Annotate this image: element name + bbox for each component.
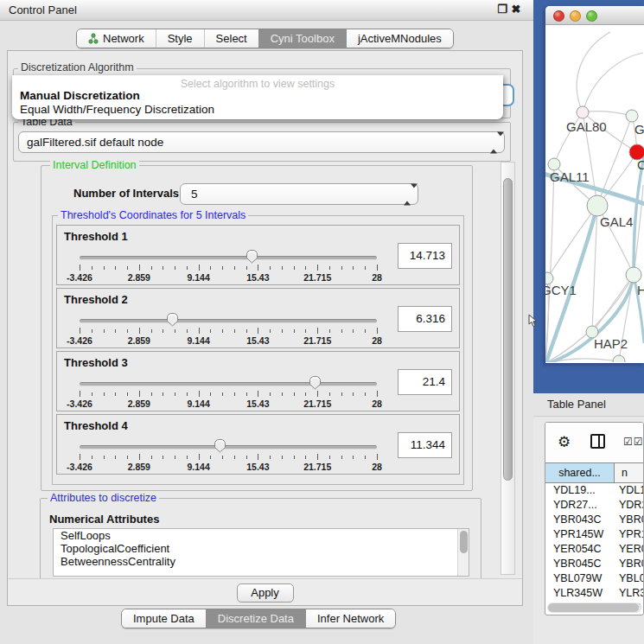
threshold-value-field[interactable]: 11.344 (398, 432, 452, 458)
tick-mark (151, 329, 152, 333)
panel-scrollbar[interactable] (501, 162, 515, 575)
tab-select[interactable]: Select (204, 29, 258, 48)
table-row[interactable]: YBR045CYBR0 (545, 558, 643, 572)
slider-track[interactable] (80, 256, 377, 260)
top-right-node[interactable] (626, 110, 638, 122)
cell-name[interactable]: YLR3 (615, 587, 643, 602)
node-label: GCY1 (545, 283, 577, 297)
cell-shared-name[interactable]: YBR045C (545, 558, 615, 572)
threshold-value-field[interactable]: 6.316 (398, 306, 452, 332)
tab-network[interactable]: Network (77, 29, 156, 48)
cell-shared-name[interactable]: YBL079W (545, 572, 615, 587)
network-edge[interactable] (634, 156, 644, 275)
columns-icon[interactable] (590, 434, 605, 449)
minimize-traffic-light-icon[interactable] (570, 10, 581, 22)
table-data-combobox[interactable]: galFiltered.sif default node (18, 131, 505, 153)
panel-title: Control Panel (9, 3, 77, 16)
close-icon[interactable]: ✖ (510, 3, 522, 16)
tab-style[interactable]: Style (156, 29, 204, 48)
attribute-list-item[interactable]: TopologicalCoefficient (54, 542, 469, 555)
tick-mark (163, 266, 163, 270)
tab-infer-network[interactable]: Infer Network (305, 609, 395, 628)
gal11-node[interactable] (548, 158, 560, 170)
table-horizontal-scrollbar-thumb[interactable] (548, 603, 639, 612)
cell-name[interactable]: YBL0 (615, 572, 643, 587)
panel-scrollbar-thumb[interactable] (503, 178, 513, 481)
tick-label: 9.144 (187, 335, 209, 346)
table-header-row: shared... n (545, 462, 643, 483)
network-edge[interactable] (577, 32, 610, 112)
gal80-node[interactable] (577, 106, 589, 118)
tick-mark (163, 329, 163, 333)
cell-name[interactable]: YPR1 (615, 528, 643, 543)
cell-shared-name[interactable]: YER054C (545, 543, 615, 558)
number-of-intervals-value: 5 (191, 184, 198, 205)
network-edge[interactable] (592, 275, 634, 332)
cell-name[interactable]: YDL1 (615, 484, 643, 499)
cell-name[interactable]: YDR2 (615, 499, 643, 513)
threshold-value-field[interactable]: 14.713 (398, 243, 452, 269)
network-canvas[interactable]: GAL80GACGAL11GAL4GCY1HHAP2 (545, 25, 644, 362)
network-edge[interactable] (583, 53, 643, 112)
tab-discretize-data[interactable]: Discretize Data (206, 609, 305, 628)
table-horizontal-scrollbar[interactable] (547, 603, 641, 613)
threshold-slider[interactable]: -3.4262.8599.14415.4321.71528 (80, 248, 377, 284)
checkbox-icons[interactable]: ☑☑ (623, 436, 644, 448)
tab-impute-data[interactable]: Impute Data (122, 609, 206, 628)
cell-name[interactable]: YER0 (615, 543, 643, 558)
bottom-node[interactable] (613, 355, 625, 362)
threshold-slider[interactable]: -3.4262.8599.14415.4321.71528 (80, 311, 377, 348)
table-row[interactable]: YDR27...YDR2 (545, 499, 643, 513)
slider-thumb[interactable] (309, 375, 322, 390)
cell-name[interactable]: YBR0 (615, 513, 643, 528)
threshold-slider[interactable]: -3.4262.8599.14415.4321.71528 (80, 437, 377, 474)
table-row[interactable]: YER054CYER0 (545, 543, 643, 558)
attributes-list-scrollbar-thumb[interactable] (460, 531, 468, 553)
cell-shared-name[interactable]: YLR345W (545, 587, 615, 602)
dropdown-option-manual[interactable]: Manual Discretization (12, 89, 503, 103)
table-rows: YDL19...YDL1YDR27...YDR2YBR043CYBR0YPR14… (545, 484, 643, 615)
tab-jactivemnodules[interactable]: jActiveMNodules (346, 29, 453, 48)
node-label: HAP2 (594, 336, 628, 351)
table-row[interactable]: YPR145WYPR1 (545, 528, 643, 543)
column-header-shared[interactable]: shared... (545, 463, 615, 482)
network-edge[interactable] (545, 164, 554, 360)
network-graph: GAL80GACGAL11GAL4GCY1HHAP2 (545, 25, 644, 362)
attributes-list-scrollbar[interactable] (457, 529, 469, 576)
slider-thumb[interactable] (166, 312, 179, 327)
cell-shared-name[interactable]: YDL19... (545, 484, 615, 499)
slider-track[interactable] (80, 382, 377, 386)
table-row[interactable]: YBR043CYBR0 (545, 513, 643, 528)
cell-name[interactable]: YBR0 (615, 558, 643, 572)
slider-thumb[interactable] (214, 438, 226, 453)
gear-icon[interactable]: ⚙ (558, 433, 571, 451)
table-row[interactable]: YBL079WYBL0 (545, 572, 643, 587)
apply-button[interactable]: Apply (237, 583, 294, 603)
cell-shared-name[interactable]: YDR27... (545, 499, 615, 513)
threshold-slider[interactable]: -3.4262.8599.14415.4321.71528 (80, 374, 377, 411)
tick-mark (329, 456, 330, 459)
gal4-node[interactable] (587, 195, 608, 216)
table-row[interactable]: YLR345WYLR3 (545, 587, 643, 602)
slider-thumb[interactable] (245, 249, 258, 264)
attribute-list-item[interactable]: SelfLoops (54, 529, 469, 542)
table-row[interactable]: YDL19...YDL1 (545, 484, 643, 499)
dropdown-option-equal-width[interactable]: Equal Width/Frequency Discretization (12, 103, 503, 117)
tab-cyni-toolbox[interactable]: Cyni Toolbox (258, 29, 346, 48)
node-label: GAL11 (550, 169, 590, 184)
threshold-value-field[interactable]: 21.4 (398, 369, 452, 395)
network-icon (88, 33, 99, 45)
network-edge[interactable] (583, 112, 632, 116)
close-traffic-light-icon[interactable] (553, 10, 564, 22)
zoom-traffic-light-icon[interactable] (586, 10, 597, 22)
cell-shared-name[interactable]: YBR043C (545, 513, 615, 528)
float-window-icon[interactable]: ❐ (496, 3, 508, 16)
cell-shared-name[interactable]: YPR145W (545, 528, 615, 543)
column-header-name[interactable]: n (615, 463, 643, 482)
network-edge[interactable] (547, 206, 597, 278)
slider-track[interactable] (80, 319, 377, 323)
attribute-list-item[interactable]: BetweennessCentrality (54, 555, 469, 568)
h-node[interactable] (626, 267, 641, 283)
number-of-intervals-combobox[interactable]: 5 (180, 183, 418, 205)
slider-track[interactable] (80, 445, 377, 450)
